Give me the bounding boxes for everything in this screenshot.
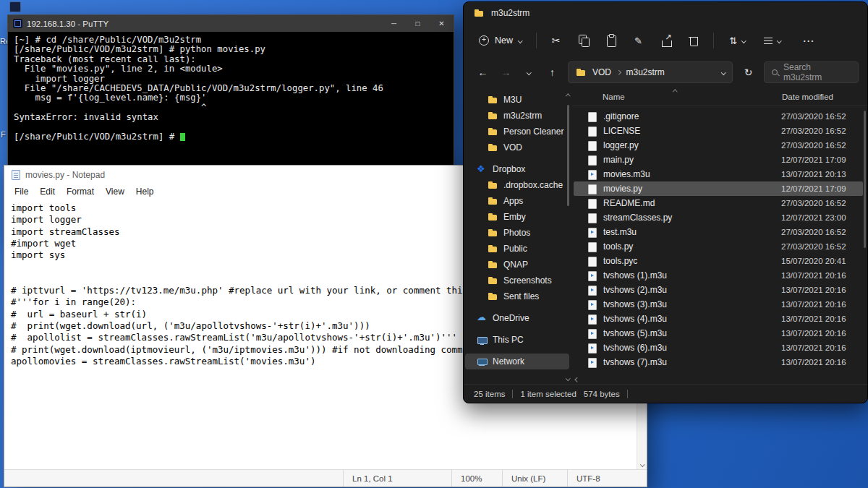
sidebar-item[interactable]: OneDrive <box>465 310 569 326</box>
file-row[interactable]: tvshows (4).m3u 13/07/2021 20:16 <box>574 312 863 326</box>
paste-button[interactable] <box>597 28 625 53</box>
menu-item[interactable]: Format <box>61 184 100 199</box>
sidebar-item[interactable]: VOD <box>465 140 569 155</box>
terminal-line: File "movies.py", line 2, in <module> <box>14 64 448 74</box>
address-dropdown-icon[interactable] <box>721 70 726 74</box>
forward-button[interactable]: → <box>495 62 516 83</box>
more-options-button[interactable] <box>795 28 822 53</box>
search-input[interactable]: Search m3u2strm <box>764 61 859 83</box>
sidebar-item[interactable]: Sent files <box>465 288 569 304</box>
file-row[interactable]: streamClasses.py 12/07/2021 23:00 <box>574 210 863 225</box>
menu-item[interactable]: View <box>100 184 130 199</box>
file-list-scrollbar-thumb[interactable] <box>864 111 866 248</box>
file-type-icon <box>587 227 597 237</box>
scroll-down-icon[interactable] <box>637 459 647 469</box>
sidebar-item[interactable]: Dropbox <box>465 161 569 177</box>
menu-item[interactable]: Help <box>130 184 160 199</box>
file-date-modified: 15/07/2020 20:41 <box>781 257 846 265</box>
file-row[interactable]: movies.m3u 13/07/2021 20:13 <box>574 167 863 181</box>
close-button[interactable]: ✕ <box>430 15 454 32</box>
sidebar-item[interactable]: Public <box>465 241 569 257</box>
column-header-date-modified[interactable]: Date modified <box>782 93 833 101</box>
file-type-icon <box>587 314 597 324</box>
sidebar-item-icon <box>488 111 498 121</box>
menu-item[interactable]: File <box>9 184 34 199</box>
file-name: movies.m3u <box>603 169 781 179</box>
file-row[interactable]: test.m3u 27/03/2020 16:52 <box>574 225 863 239</box>
zoom-level: 100% <box>451 470 502 487</box>
scrollbar-thumb[interactable] <box>567 105 569 206</box>
share-button[interactable] <box>652 28 680 53</box>
file-row[interactable]: tools.pyc 15/07/2020 20:41 <box>574 254 863 268</box>
file-row[interactable]: tools.py 27/03/2020 16:52 <box>574 239 863 254</box>
file-row[interactable]: tvshows (1).m3u 13/07/2021 20:16 <box>574 268 863 283</box>
sidebar-item-icon <box>488 142 498 153</box>
sidebar-item-label: Apps <box>503 196 523 206</box>
column-header-name[interactable]: Name <box>603 93 782 101</box>
file-row[interactable]: tvshows (6).m3u 13/07/2021 20:16 <box>574 341 863 355</box>
file-row[interactable]: README.md 27/03/2020 16:52 <box>574 196 863 210</box>
address-bar[interactable]: VOD m3u2strm <box>568 61 733 83</box>
file-row[interactable]: logger.py 27/03/2020 16:52 <box>574 138 863 153</box>
file-list-pane: Name Date modified .gitignore 27/03/2020… <box>572 87 867 384</box>
sidebar-scrollbar[interactable] <box>564 93 572 381</box>
scroll-down-icon[interactable] <box>565 375 571 381</box>
terminal-output[interactable]: [~] # cd /share/Public/VOD/m3u2strm[/sha… <box>8 32 454 145</box>
file-date-modified: 27/03/2020 16:52 <box>781 112 846 121</box>
copy-button[interactable] <box>570 28 597 53</box>
cut-button[interactable] <box>542 28 570 53</box>
file-list: .gitignore 27/03/2020 16:52 LICENSE 27/0… <box>572 106 867 384</box>
file-row[interactable]: main.py 12/07/2021 17:09 <box>574 153 863 167</box>
file-row[interactable]: tvshows (3).m3u 13/07/2021 20:16 <box>574 297 863 312</box>
sidebar-item-icon <box>488 127 498 137</box>
chevron-down-icon <box>777 38 781 43</box>
file-row[interactable]: tvshows (7).m3u 13/07/2021 20:16 <box>574 355 863 369</box>
delete-button[interactable] <box>680 28 707 53</box>
up-button[interactable]: ↑ <box>542 62 563 83</box>
maximize-button[interactable]: □ <box>406 15 430 32</box>
menu-item[interactable]: Edit <box>34 184 61 199</box>
sidebar-item[interactable]: m3u2strm <box>465 108 569 124</box>
minimize-button[interactable]: ─ <box>382 15 406 32</box>
sidebar-item[interactable]: This PC <box>465 332 569 348</box>
sidebar-item[interactable]: Emby <box>465 209 569 225</box>
file-row[interactable]: tvshows (2).m3u 13/07/2021 20:16 <box>574 283 863 297</box>
back-button[interactable]: ← <box>472 62 493 83</box>
file-name: tvshows (7).m3u <box>603 357 781 367</box>
sort-button[interactable] <box>720 28 756 53</box>
file-row[interactable]: tvshows (5).m3u 13/07/2021 20:16 <box>574 326 863 341</box>
view-button[interactable] <box>756 28 792 53</box>
search-icon <box>772 69 778 75</box>
file-row[interactable]: .gitignore 27/03/2020 16:52 <box>574 109 863 124</box>
sidebar-item-icon <box>477 164 488 174</box>
file-row[interactable]: LICENSE 27/03/2020 16:52 <box>574 124 863 138</box>
explorer-content: M3U m3u2strm Person Cleaner VOD <box>464 87 867 384</box>
new-button[interactable]: New <box>471 30 530 51</box>
breadcrumb-parent[interactable]: VOD <box>592 67 611 77</box>
cursor-position: Ln 1, Col 1 <box>343 470 451 487</box>
explorer-statusbar: 25 items 1 item selected 574 bytes <box>464 384 867 403</box>
sidebar-item[interactable]: M3U <box>465 92 569 108</box>
file-name: tvshows (4).m3u <box>603 314 781 324</box>
sidebar-item[interactable]: .dropbox.cache <box>465 177 569 193</box>
desktop-icon-label-fragment: F <box>1 130 6 139</box>
sidebar-item[interactable]: QNAP <box>465 257 569 273</box>
command-bar: New <box>464 24 867 57</box>
terminal-cursor <box>180 133 185 141</box>
sidebar-item[interactable]: Apps <box>465 193 569 209</box>
recent-locations-button[interactable] <box>519 62 540 83</box>
file-type-icon <box>587 256 597 266</box>
explorer-titlebar[interactable]: m3u2strm <box>464 2 867 24</box>
terminal-lines: [~] # cd /share/Public/VOD/m3u2strm[/sha… <box>14 35 448 132</box>
rename-button[interactable] <box>625 28 652 53</box>
desktop-shortcut-icon[interactable] <box>9 1 21 12</box>
breadcrumb-current[interactable]: m3u2strm <box>626 67 665 77</box>
sidebar-item[interactable]: Photos <box>465 225 569 241</box>
scroll-up-icon[interactable] <box>565 93 571 99</box>
sidebar-item[interactable]: Screenshots <box>465 273 569 288</box>
sidebar-item[interactable]: Network <box>465 354 569 369</box>
sidebar-item[interactable]: Person Cleaner <box>465 124 569 140</box>
refresh-button[interactable] <box>738 62 759 83</box>
file-row[interactable]: movies.py 12/07/2021 17:09 <box>574 181 863 196</box>
putty-titlebar[interactable]: 192.168.1.30 - PuTTY ─ □ ✕ <box>8 15 454 32</box>
